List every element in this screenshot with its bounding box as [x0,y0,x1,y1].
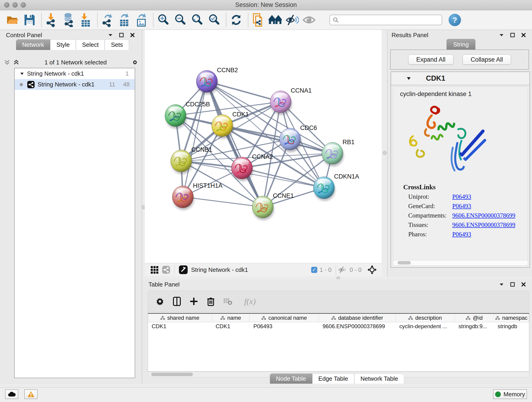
results-panel-title: Results Panel [392,32,428,39]
zoom-selected-button[interactable] [208,13,221,27]
column-header-1[interactable]: name [212,314,250,322]
import-table-file-button[interactable] [79,13,92,27]
table-options-gear-icon[interactable] [155,295,165,307]
right-splitter-handle[interactable] [383,151,387,155]
table-cell[interactable]: cyclin-dependent ... [396,322,455,331]
table-cell[interactable]: CDK1 [148,322,212,331]
import-network-file-button[interactable] [45,13,58,27]
protein-structure-image [404,102,491,180]
create-column-icon[interactable] [189,295,199,307]
results-horizontal-scrollbar[interactable] [393,260,528,265]
zoom-fit-button[interactable] [191,13,204,27]
table-cell[interactable]: 9606.ENSP00000378699 [319,322,396,331]
highlight-button[interactable] [302,13,316,27]
column-header-0[interactable]: shared name [148,314,212,322]
tab-node-table[interactable]: Node Table [270,374,312,384]
tab-select[interactable]: Select [76,39,105,50]
cloud-status-button[interactable] [5,389,18,399]
uniprot-link[interactable]: P06493 [452,193,471,200]
zoom-out-button[interactable] [174,13,187,27]
table-cell[interactable]: stringdb:9... [455,322,494,331]
collapse-triangle-icon[interactable] [407,77,411,80]
export-network-button[interactable] [101,13,114,27]
network-row[interactable]: String Network - cdk1 11 48 [15,79,135,90]
help-button[interactable]: ? [449,14,461,26]
hidden-eye-icon[interactable] [338,266,347,274]
delete-table-icon[interactable] [223,295,233,307]
function-builder-button[interactable]: f(x) [240,295,260,307]
gene-details: cyclin-dependent kinase 1 [393,86,528,266]
collapse-all-networks-icon[interactable] [4,59,10,65]
network-edge[interactable] [183,197,263,207]
tissues-link[interactable]: 9606.ENSP00000378699 [452,221,515,229]
table-cell[interactable]: CDK1 [212,322,250,331]
panel-menu-icon[interactable] [499,281,505,287]
zoom-in-button[interactable] [157,13,170,27]
search-field[interactable] [329,15,442,25]
close-panel-icon[interactable] [520,32,526,38]
network-collection-row[interactable]: String Network - cdk1 1 [15,68,135,79]
float-panel-icon[interactable] [119,32,124,38]
float-panel-icon[interactable] [510,32,515,38]
network-node-HIST1H1A[interactable]: HIST1H1A [172,182,222,210]
genecard-link[interactable]: P06493 [452,203,471,210]
tab-style[interactable]: Style [50,39,76,50]
delete-column-icon[interactable] [206,295,216,307]
gene-section-header[interactable]: CDK1 [391,72,530,85]
grid-view-icon[interactable] [151,266,158,274]
expand-all-networks-icon[interactable] [13,59,19,65]
panel-menu-icon[interactable] [499,32,505,38]
show-hide-labels-button[interactable] [285,13,299,27]
network-node-CDK1[interactable]: CDK1 [212,111,249,139]
float-panel-icon[interactable] [510,281,515,287]
network-options-gear-icon[interactable] [132,59,138,65]
scrollbar-thumb[interactable] [398,261,411,264]
network-node-CDKN1A[interactable]: CDKN1A [313,173,359,201]
export-image-button[interactable] [135,13,148,27]
tab-network-table[interactable]: Network Table [354,374,404,384]
panel-menu-icon[interactable] [108,32,114,38]
close-panel-icon[interactable] [520,281,526,287]
tab-string[interactable]: String [447,39,475,50]
warnings-button[interactable] [24,389,38,399]
column-header-6[interactable]: namespac [494,314,529,322]
search-input[interactable] [339,17,439,23]
column-header-2[interactable]: canonical name [250,314,319,322]
expand-all-button[interactable]: Expand All [408,55,454,65]
export-network-icon [101,13,114,27]
network-edge[interactable] [183,81,207,197]
import-public-databases-button[interactable] [252,13,265,27]
pharos-link[interactable]: P06493 [452,231,471,238]
show-columns-icon[interactable] [172,295,182,307]
fit-selected-crosshair-icon[interactable] [367,265,377,275]
memory-button[interactable]: Memory [493,389,527,399]
column-header-3[interactable]: database identifier [319,314,396,322]
network-canvas[interactable]: CCNB2CCNA1CDC25BCDK1CDC6RB1CCNB1CCNA2CDK… [145,30,382,263]
string-home-button[interactable] [268,13,282,27]
network-node-CCNA1[interactable]: CCNA1 [270,87,312,115]
memory-label: Memory [504,391,525,398]
column-header-4[interactable]: description [396,314,455,322]
birds-eye-view-icon[interactable] [179,265,188,274]
network-node-CCNB1[interactable]: CCNB1 [171,146,212,174]
network-view-icon[interactable] [162,266,170,274]
toolbar-divider [41,13,42,27]
network-node-RB1[interactable]: RB1 [322,139,355,166]
refresh-button[interactable] [230,13,243,27]
tab-edge-table[interactable]: Edge Table [312,374,355,384]
column-header-5[interactable]: @id [455,314,494,322]
save-session-button[interactable] [23,13,36,27]
network-graph[interactable]: CCNB2CCNA1CDC25BCDK1CDC6RB1CCNB1CCNA2CDK… [145,30,382,263]
table-cell[interactable]: P06493 [250,322,319,331]
selected-checkbox-icon[interactable]: ✓ [311,267,317,273]
open-session-button[interactable] [6,13,19,27]
collapse-triangle-icon[interactable] [20,72,24,75]
table-cell[interactable]: stringdb [494,322,529,331]
export-table-button[interactable] [118,13,131,27]
collapse-all-button[interactable]: Collapse All [462,55,511,65]
tab-network[interactable]: Network [16,39,50,50]
close-panel-icon[interactable] [129,32,135,38]
tab-sets[interactable]: Sets [105,39,129,50]
import-network-database-button[interactable] [62,13,75,27]
compartments-link[interactable]: 9606.ENSP00000378699 [452,212,515,219]
